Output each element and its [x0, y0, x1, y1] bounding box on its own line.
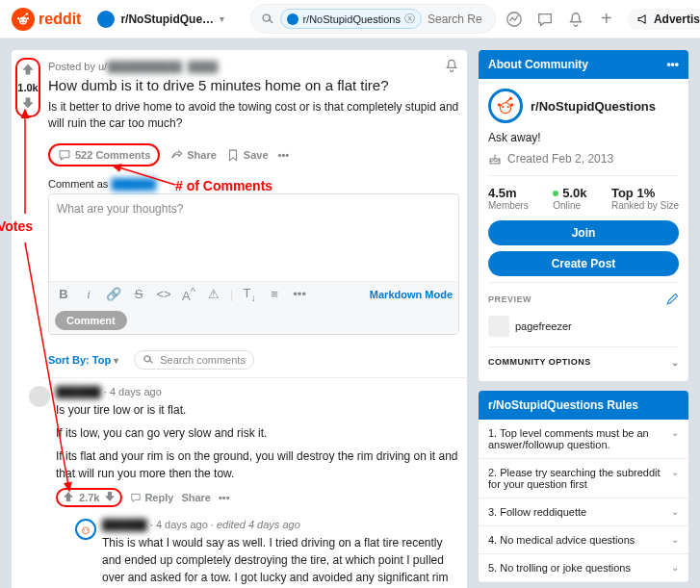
comment: ██████ · 4 days ago Is your tire low or …: [21, 378, 467, 511]
bold-icon[interactable]: B: [55, 287, 72, 301]
search-bar[interactable]: r/NoStupidQuestions ⓧ: [250, 4, 496, 34]
svg-point-16: [507, 106, 509, 108]
link-icon[interactable]: 🔗: [105, 287, 122, 301]
italic-icon[interactable]: i: [80, 287, 97, 302]
comment-body: This is what I would say as well. I trie…: [102, 534, 459, 588]
rules-header: r/NoStupidQuestions Rules: [479, 391, 688, 420]
preview-user-row[interactable]: pagefreezer: [488, 312, 679, 346]
reddit-icon: [12, 8, 35, 31]
comment-score: 2.7k: [79, 492, 99, 503]
share-icon: [169, 148, 183, 162]
sort-dropdown[interactable]: Sort By: Top ▾: [48, 354, 118, 366]
comments-button[interactable]: 522 Comments: [48, 143, 160, 166]
svg-point-9: [84, 529, 85, 530]
community-options[interactable]: COMMUNITY OPTIONS ⌄: [488, 346, 679, 371]
upvote-button[interactable]: [20, 62, 36, 80]
post-time: ████: [188, 61, 218, 72]
close-icon[interactable]: ⓧ: [404, 12, 415, 26]
downvote-button[interactable]: [103, 490, 117, 505]
more-format-icon[interactable]: •••: [291, 287, 308, 301]
pencil-icon[interactable]: [665, 293, 679, 306]
notifications-icon[interactable]: [565, 9, 586, 30]
about-card: About Community ••• r/NoStupidQuestions …: [479, 50, 688, 381]
chevron-down-icon: ⌄: [671, 427, 679, 450]
subreddit-icon: [97, 11, 115, 28]
comment-author[interactable]: ██████: [56, 386, 101, 397]
bell-icon[interactable]: [444, 58, 459, 75]
community-snoo-icon: [488, 89, 523, 123]
comment-meta: ██████ · 4 days ago · edited 4 days ago: [102, 519, 459, 530]
popular-icon[interactable]: [504, 9, 525, 30]
join-button[interactable]: Join: [488, 220, 679, 245]
svg-point-15: [502, 106, 504, 108]
comment-body: Is your tire low or is it flat.If its lo…: [56, 401, 459, 482]
comment-icon: [58, 148, 71, 162]
rule-item[interactable]: 1. Top level comments must be an answer/…: [479, 420, 688, 459]
chevron-down-icon: ⌄: [671, 467, 679, 490]
pill-text: r/NoStupidQuestions: [302, 13, 401, 25]
comment: ██████ · 4 days ago · edited 4 days ago …: [67, 511, 467, 588]
comment-editor[interactable]: What are your thoughts? B i 🔗 S <> A^ ⚠ …: [48, 193, 459, 335]
list-icon[interactable]: ≡: [266, 287, 283, 301]
share-button[interactable]: Share: [181, 492, 211, 503]
create-post-button[interactable]: Create Post: [488, 251, 679, 276]
chevron-down-icon: ⌄: [671, 357, 680, 368]
advertise-button[interactable]: Advertise: [627, 9, 700, 30]
search-filter-pill[interactable]: r/NoStupidQuestions ⓧ: [280, 9, 422, 29]
search-comments-input[interactable]: Search comments: [134, 350, 254, 370]
chat-icon[interactable]: [534, 9, 556, 30]
comment-avatar[interactable]: [75, 519, 96, 540]
editor-textarea[interactable]: What are your thoughts?: [49, 194, 458, 281]
submit-comment-button[interactable]: Comment: [55, 311, 127, 330]
advertise-label: Advertise: [654, 13, 700, 26]
community-name[interactable]: r/NoStupidQuestions: [531, 99, 656, 114]
rule-item[interactable]: 3. Follow reddiquette⌄: [479, 499, 688, 526]
annotation-votes: Votes: [0, 218, 33, 234]
share-label: Share: [187, 149, 217, 161]
post-title: How dumb is it to drive 5 minutes home o…: [40, 75, 467, 99]
comments-count: 522 Comments: [75, 149, 150, 161]
rule-item[interactable]: 2. Please try searching the subreddit fo…: [479, 459, 688, 499]
more-icon[interactable]: •••: [666, 58, 679, 71]
subreddit-dropdown[interactable]: r/NoStupidQue… ▾: [89, 6, 243, 33]
more-button[interactable]: •••: [219, 492, 230, 503]
post-main: 1.0k Posted by u/ ██████████ ████ How du…: [12, 50, 467, 588]
downvote-button[interactable]: [20, 95, 36, 114]
more-button[interactable]: •••: [278, 149, 290, 161]
share-button[interactable]: Share: [169, 148, 217, 162]
save-button[interactable]: Save: [226, 148, 269, 162]
svg-line-20: [506, 98, 511, 102]
comment-as-label: Comment as ██████: [48, 178, 459, 190]
post-score: 1.0k: [17, 82, 38, 93]
post-body: Is it better to drive home to avoid the …: [40, 99, 467, 140]
markdown-mode-link[interactable]: Markdown Mode: [370, 289, 453, 300]
preview-avatar: [488, 316, 509, 337]
post-meta: Posted by u/ ██████████ ████: [40, 58, 467, 75]
community-desc: Ask away!: [488, 131, 679, 144]
upvote-button[interactable]: [62, 490, 75, 505]
code-icon[interactable]: <>: [155, 287, 172, 301]
about-header: About Community •••: [479, 50, 688, 79]
post-author[interactable]: ██████████: [107, 61, 182, 72]
rules-card: r/NoStupidQuestions Rules 1. Top level c…: [479, 391, 688, 582]
reddit-logo[interactable]: reddit: [12, 8, 81, 31]
heading-icon[interactable]: T↓: [241, 286, 258, 303]
rule-item[interactable]: 4. No medical advice questions⌄: [479, 526, 688, 554]
search-input[interactable]: [428, 13, 485, 26]
subreddit-name: r/NoStupidQue…: [120, 13, 214, 26]
rule-item[interactable]: 5. No trolling or joke questions⌄: [479, 554, 688, 582]
preview-header: PREVIEW: [488, 282, 679, 312]
spoiler-icon[interactable]: ⚠: [205, 287, 222, 301]
superscript-icon[interactable]: A^: [180, 286, 197, 303]
editor-toolbar: B i 🔗 S <> A^ ⚠ | T↓ ≡ ••• Markdown Mode…: [49, 281, 458, 334]
reply-button[interactable]: Reply: [130, 492, 173, 503]
community-stats: 4.5mMembers 5.0kOnline Top 1%Ranked by S…: [488, 175, 679, 211]
comment-author[interactable]: ██████: [102, 519, 147, 530]
sidebar: About Community ••• r/NoStupidQuestions …: [479, 50, 688, 588]
create-post-icon[interactable]: +: [596, 9, 617, 30]
strike-icon[interactable]: S: [130, 287, 147, 301]
comment-avatar[interactable]: [29, 386, 50, 407]
top-header: reddit r/NoStupidQue… ▾ r/NoStupidQuesti…: [0, 0, 700, 38]
community-row: r/NoStupidQuestions: [488, 89, 679, 123]
chevron-down-icon: ▾: [220, 13, 224, 24]
